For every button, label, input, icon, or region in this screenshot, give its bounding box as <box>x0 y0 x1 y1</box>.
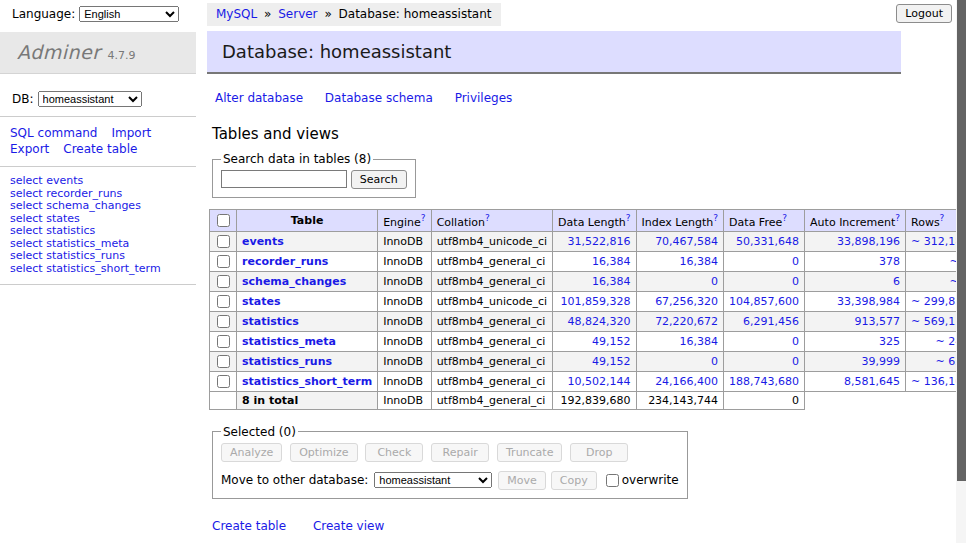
auto-increment-link[interactable]: 913,577 <box>810 315 900 328</box>
overwrite-option: overwrite <box>602 471 679 490</box>
truncate-button[interactable]: Truncate <box>497 443 562 462</box>
table-link-statistics[interactable]: statistics <box>242 315 299 328</box>
auto-increment-link[interactable]: 39,999 <box>810 355 900 368</box>
table-link-events[interactable]: events <box>242 235 284 248</box>
db-label: DB: <box>12 92 34 106</box>
auto-increment-link[interactable]: 33,898,196 <box>810 235 900 248</box>
data-length-link[interactable]: 48,824,320 <box>558 315 630 328</box>
data-length-link[interactable]: 31,522,816 <box>558 235 630 248</box>
data-free-link[interactable]: 0 <box>729 335 799 348</box>
table-link-statistics-runs[interactable]: statistics_runs <box>242 355 332 368</box>
data-free-link[interactable]: 0 <box>729 255 799 268</box>
row-checkbox-statistics[interactable] <box>217 315 230 328</box>
collation-cell: utf8mb4_general_ci <box>431 311 552 331</box>
data-free-link[interactable]: 0 <box>729 355 799 368</box>
index-length-link[interactable]: 0 <box>642 355 719 368</box>
db-select[interactable]: homeassistant <box>38 91 142 107</box>
search-legend: Search data in tables (8) <box>221 152 373 166</box>
repair-button[interactable]: Repair <box>431 443 489 462</box>
engine-cell: InnoDB <box>378 351 431 371</box>
table-row: states InnoDB utf8mb4_unicode_ci 101,859… <box>210 291 966 311</box>
move-button[interactable]: Move <box>498 471 546 490</box>
sidebar-item-select-statistics-short-term[interactable]: select statistics_short_term <box>10 263 196 276</box>
check-button[interactable]: Check <box>365 443 423 462</box>
overwrite-checkbox[interactable] <box>606 474 619 487</box>
row-checkbox-statistics-runs[interactable] <box>217 355 230 368</box>
drop-button[interactable]: Drop <box>570 443 628 462</box>
data-free-link[interactable]: 188,743,680 <box>729 375 799 388</box>
index-length-link[interactable]: 70,467,584 <box>642 235 719 248</box>
search-input[interactable] <box>221 170 347 188</box>
engine-help-link[interactable]: ? <box>421 213 426 223</box>
create-table-link-sidebar[interactable]: Create table <box>63 142 137 156</box>
data-free-link[interactable]: 104,857,600 <box>729 295 799 308</box>
index-length-link[interactable]: 16,384 <box>642 255 719 268</box>
rows-help-link[interactable]: ? <box>940 213 945 223</box>
table-link-states[interactable]: states <box>242 295 281 308</box>
sidebar-item-select-schema-changes[interactable]: select schema_changes <box>10 200 196 213</box>
data-free-link[interactable]: 0 <box>729 275 799 288</box>
import-link[interactable]: Import <box>111 126 151 140</box>
row-checkbox-statistics-short-term[interactable] <box>217 375 230 388</box>
move-database-select[interactable]: homeassistant <box>374 472 492 488</box>
row-checkbox-recorder-runs[interactable] <box>217 255 230 268</box>
data-free-link[interactable]: 6,291,456 <box>729 315 799 328</box>
breadcrumb-mysql-link[interactable]: MySQL <box>216 7 257 21</box>
sidebar-item-select-events[interactable]: select events <box>10 175 196 188</box>
sidebar-item-select-statistics[interactable]: select statistics <box>10 225 196 238</box>
auto-increment-link[interactable]: 325 <box>810 335 900 348</box>
table-row: events InnoDB utf8mb4_unicode_ci 31,522,… <box>210 231 966 251</box>
data-free-help-link[interactable]: ? <box>782 213 787 223</box>
create-table-link[interactable]: Create table <box>212 519 286 533</box>
table-link-statistics-meta[interactable]: statistics_meta <box>242 335 336 348</box>
auto-increment-help-link[interactable]: ? <box>895 213 900 223</box>
export-link[interactable]: Export <box>10 142 49 156</box>
create-view-link[interactable]: Create view <box>313 519 384 533</box>
table-row: statistics InnoDB utf8mb4_general_ci 48,… <box>210 311 966 331</box>
analyze-button[interactable]: Analyze <box>221 443 282 462</box>
table-link-schema-changes[interactable]: schema_changes <box>242 275 346 288</box>
optimize-button[interactable]: Optimize <box>290 443 357 462</box>
copy-button[interactable]: Copy <box>551 471 597 490</box>
data-length-link[interactable]: 16,384 <box>558 275 630 288</box>
auto-increment-link[interactable]: 8,581,645 <box>810 375 900 388</box>
index-length-link[interactable]: 16,384 <box>642 335 719 348</box>
scrollbar-thumb[interactable] <box>957 0 966 481</box>
search-button[interactable]: Search <box>351 170 407 189</box>
engine-cell: InnoDB <box>378 371 431 391</box>
app-name[interactable]: Adminer <box>17 41 101 63</box>
table-link-statistics-short-term[interactable]: statistics_short_term <box>242 375 372 388</box>
data-free-link[interactable]: 50,331,648 <box>729 235 799 248</box>
data-length-link[interactable]: 101,859,328 <box>558 295 630 308</box>
data-length-link[interactable]: 16,384 <box>558 255 630 268</box>
data-length-help-link[interactable]: ? <box>626 213 631 223</box>
column-header-table: Table <box>237 210 378 232</box>
index-length-link[interactable]: 67,256,320 <box>642 295 719 308</box>
select-all-checkbox[interactable] <box>217 214 230 227</box>
collation-help-link[interactable]: ? <box>485 213 490 223</box>
privileges-link[interactable]: Privileges <box>455 91 513 105</box>
index-length-help-link[interactable]: ? <box>713 213 718 223</box>
data-length-link[interactable]: 49,152 <box>558 355 630 368</box>
index-length-link[interactable]: 72,220,672 <box>642 315 719 328</box>
row-checkbox-states[interactable] <box>217 295 230 308</box>
sql-command-link[interactable]: SQL command <box>10 126 97 140</box>
auto-increment-link[interactable]: 378 <box>810 255 900 268</box>
data-length-link[interactable]: 49,152 <box>558 335 630 348</box>
alter-database-link[interactable]: Alter database <box>215 91 303 105</box>
table-link-recorder-runs[interactable]: recorder_runs <box>242 255 328 268</box>
logout-button[interactable]: Logout <box>896 4 952 23</box>
auto-increment-link[interactable]: 6 <box>810 275 900 288</box>
language-select[interactable]: English <box>79 6 179 22</box>
row-checkbox-events[interactable] <box>217 235 230 248</box>
row-checkbox-schema-changes[interactable] <box>217 275 230 288</box>
sidebar-item-select-statistics-runs[interactable]: select statistics_runs <box>10 250 196 263</box>
index-length-link[interactable]: 24,166,400 <box>642 375 719 388</box>
engine-cell: InnoDB <box>378 231 431 251</box>
auto-increment-link[interactable]: 33,398,984 <box>810 295 900 308</box>
data-length-link[interactable]: 10,502,144 <box>558 375 630 388</box>
breadcrumb-server-link[interactable]: Server <box>278 7 317 21</box>
row-checkbox-statistics-meta[interactable] <box>217 335 230 348</box>
index-length-link[interactable]: 0 <box>642 275 719 288</box>
database-schema-link[interactable]: Database schema <box>325 91 433 105</box>
